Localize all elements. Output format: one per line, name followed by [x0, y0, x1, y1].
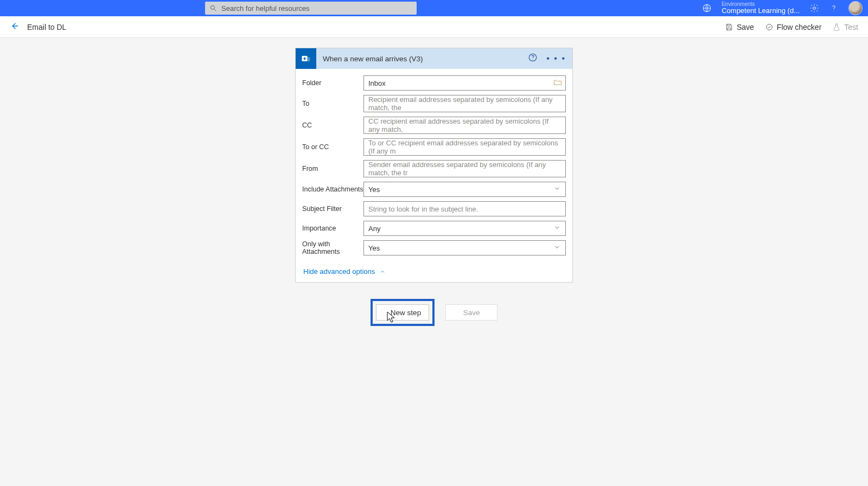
- include-att-field[interactable]: Yes: [363, 182, 566, 197]
- include-att-label: Include Attachments: [302, 186, 363, 193]
- only-att-value: Yes: [368, 244, 380, 252]
- folder-picker-icon[interactable]: [553, 79, 562, 88]
- flow-canvas: When a new email arrives (V3) • • • Fold…: [0, 38, 868, 326]
- chevron-down-icon: [553, 224, 561, 233]
- test-command[interactable]: Test: [832, 23, 858, 31]
- trigger-help-icon[interactable]: [528, 53, 538, 65]
- test-icon: [832, 23, 841, 31]
- mouse-cursor-icon: [386, 311, 397, 326]
- test-label: Test: [844, 23, 858, 31]
- svg-point-9: [533, 59, 533, 60]
- flow-checker-label: Flow checker: [777, 23, 821, 31]
- importance-value: Any: [368, 225, 380, 233]
- trigger-card-body: Folder Inbox To Recipient email addresse…: [296, 69, 572, 264]
- save-icon: [725, 23, 733, 31]
- to-field[interactable]: Recipient email addresses separated by s…: [363, 95, 566, 112]
- svg-point-3: [813, 7, 816, 10]
- new-step-highlight: New step: [371, 299, 435, 326]
- from-placeholder: Sender email addresses separated by semi…: [368, 161, 561, 177]
- cc-placeholder: CC recipient email addresses separated b…: [368, 117, 561, 133]
- save-button[interactable]: Save: [445, 304, 497, 321]
- flow-checker-icon: [765, 23, 774, 31]
- importance-label: Importance: [302, 225, 363, 232]
- environment-picker[interactable]: Environments Competent Learning (d...: [722, 1, 800, 15]
- folder-value: Inbox: [368, 79, 386, 87]
- subject-placeholder: String to look for in the subject line.: [368, 205, 478, 213]
- chevron-up-icon: [379, 268, 386, 275]
- from-field[interactable]: Sender email addresses separated by semi…: [363, 160, 566, 177]
- only-att-field[interactable]: Yes: [363, 240, 566, 255]
- user-avatar[interactable]: [848, 1, 863, 15]
- svg-point-7: [303, 57, 306, 60]
- tocc-placeholder: To or CC recipient email addresses separ…: [368, 139, 561, 155]
- global-search-input[interactable]: Search for helpful resources: [205, 2, 417, 15]
- search-placeholder: Search for helpful resources: [221, 4, 310, 12]
- app-topbar: Search for helpful resources Environment…: [0, 0, 868, 16]
- outlook-icon: [296, 48, 316, 69]
- to-label: To: [302, 100, 363, 107]
- environments-icon[interactable]: [702, 3, 712, 13]
- topbar-right-cluster: Environments Competent Learning (d...: [702, 1, 863, 15]
- importance-field[interactable]: Any: [363, 221, 566, 236]
- from-label: From: [302, 165, 363, 172]
- flow-editor-subheader: Email to DL Save Flow checker Test: [0, 16, 868, 38]
- tocc-label: To or CC: [302, 143, 363, 151]
- chevron-down-icon: [553, 244, 561, 253]
- chevron-down-icon: [553, 185, 561, 194]
- advanced-options-toggle[interactable]: Hide advanced options: [296, 264, 572, 282]
- cc-field[interactable]: CC recipient email addresses separated b…: [363, 117, 566, 134]
- save-label: Save: [737, 23, 754, 31]
- action-button-row: New step Save: [371, 299, 497, 326]
- flow-checker-command[interactable]: Flow checker: [765, 23, 821, 31]
- trigger-card: When a new email arrives (V3) • • • Fold…: [295, 48, 573, 283]
- cc-label: CC: [302, 122, 363, 129]
- trigger-title: When a new email arrives (V3): [323, 55, 423, 63]
- new-step-button[interactable]: New step: [376, 304, 429, 321]
- save-command[interactable]: Save: [725, 23, 754, 31]
- back-button[interactable]: [10, 21, 20, 33]
- svg-point-4: [833, 10, 834, 11]
- save-button-label: Save: [463, 309, 480, 317]
- settings-icon[interactable]: [809, 3, 819, 13]
- trigger-card-header[interactable]: When a new email arrives (V3) • • •: [296, 48, 572, 69]
- search-icon: [209, 4, 217, 12]
- subject-field[interactable]: String to look for in the subject line.: [363, 201, 566, 216]
- folder-field[interactable]: Inbox: [363, 75, 566, 91]
- svg-point-5: [767, 24, 773, 30]
- subject-label: Subject Filter: [302, 205, 363, 213]
- svg-point-0: [210, 5, 214, 9]
- folder-label: Folder: [302, 79, 363, 87]
- flow-title: Email to DL: [27, 23, 66, 31]
- advanced-options-label: Hide advanced options: [303, 267, 375, 276]
- to-placeholder: Recipient email addresses separated by s…: [368, 95, 561, 112]
- svg-line-1: [214, 9, 216, 11]
- include-att-value: Yes: [368, 186, 380, 194]
- tocc-field[interactable]: To or CC recipient email addresses separ…: [363, 138, 566, 156]
- help-icon[interactable]: [829, 3, 839, 13]
- only-att-label: Only with Attachments: [302, 240, 363, 255]
- env-name: Competent Learning (d...: [722, 7, 800, 15]
